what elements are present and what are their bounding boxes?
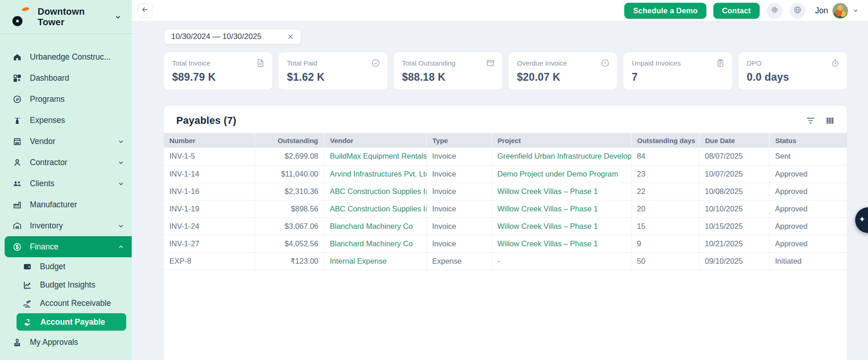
cell-vendor: BuildMax Equipment Rentals — [324, 148, 426, 165]
kpi-value: $20.07 K — [517, 71, 610, 83]
chevron-down-icon — [118, 222, 124, 229]
back-button[interactable] — [138, 3, 152, 18]
chevron-down-icon — [118, 180, 124, 187]
stopwatch-icon — [830, 58, 840, 68]
sidebar-item-budget-insights[interactable]: Budget Insights — [0, 276, 132, 294]
cell-vendor: Blanchard Machinery Co — [324, 217, 426, 235]
sidebar-item-finance[interactable]: Finance — [5, 236, 132, 257]
cell-project: Willow Creek Villas – Phase 1 — [492, 235, 631, 252]
sidebar-item-account-receivable[interactable]: Account Receivable — [0, 294, 132, 312]
column-header-vendor[interactable]: Vendor — [324, 133, 426, 148]
sidebar-item-programs[interactable]: Programs — [0, 89, 132, 110]
chevron-up-icon — [118, 244, 124, 250]
date-range-filter[interactable]: 10/30/2024 — 10/30/2025 — [164, 29, 301, 44]
kpi-value: 7 — [632, 71, 724, 83]
sidebar-item-label: Inventory — [30, 221, 63, 231]
app-logo-icon — [12, 7, 30, 27]
table-row[interactable]: INV-1-19$898.56ABC Construction Supplies… — [164, 200, 847, 217]
wallet-card-icon — [486, 58, 495, 68]
sidebar-item-manufacturer[interactable]: Manufacturer — [0, 194, 132, 215]
sidebar-item-label: Vendor — [30, 137, 55, 146]
column-header-project[interactable]: Project — [492, 133, 631, 148]
sidebar-item-label: Contractor — [30, 158, 67, 167]
arrow-left-icon — [141, 6, 149, 16]
cell-due-date: 08/07/2025 — [699, 148, 769, 165]
column-header-status[interactable]: Status — [769, 133, 847, 148]
cell-outstanding: $11,040.00 — [255, 165, 324, 183]
cell-number: INV-1-16 — [164, 183, 255, 200]
check-circle-icon — [371, 58, 381, 68]
sidebar-item-label: Clients — [30, 179, 55, 188]
user-menu[interactable]: Jon — [815, 3, 859, 19]
cell-number: INV-1-5 — [164, 148, 255, 165]
column-header-number[interactable]: Number — [164, 133, 255, 148]
sidebar-item-expenses[interactable]: Expenses — [0, 110, 132, 131]
filter-icon[interactable] — [806, 116, 816, 126]
clipboard-icon — [716, 58, 725, 68]
user-name: Jon — [815, 6, 828, 16]
cell-status: Approved — [769, 165, 847, 183]
cell-number: INV-1-19 — [164, 200, 255, 217]
avatar — [832, 3, 848, 19]
cell-outstanding-days: 20 — [631, 200, 699, 217]
sidebar-item-contractor[interactable]: Contractor — [0, 152, 132, 173]
column-header-outstanding[interactable]: Outstanding — [255, 133, 324, 148]
cell-project: Greenfield Urban Infrastructure Developm… — [492, 148, 631, 165]
cell-outstanding: $2,699.08 — [255, 148, 324, 165]
sidebar-sub-menu: Budget Budget Insights Account Receivabl… — [0, 257, 132, 331]
schedule-demo-button[interactable]: Schedule a Demo — [624, 3, 706, 19]
payables-table: NumberOutstandingVendorTypeProjectOutsta… — [164, 133, 847, 270]
factory-icon — [12, 200, 22, 210]
table-row[interactable]: EXP-8₹123.00Internal ExpenseExpense-5009… — [164, 252, 847, 270]
table-row[interactable]: INV-1-24$3,067.06Blanchard Machinery CoI… — [164, 217, 847, 235]
table-row[interactable]: INV-1-27$4,052.56Blanchard Machinery CoI… — [164, 235, 847, 252]
cell-type: Invoice — [426, 235, 492, 252]
settings-button[interactable] — [767, 3, 783, 19]
cell-number: INV-1-27 — [164, 235, 255, 252]
sidebar-nav: Urbanedge Construc... Dashboard Programs… — [0, 34, 132, 353]
cell-outstanding: $4,052.56 — [255, 235, 324, 252]
cell-vendor: ABC Construction Supplies Inc. — [324, 200, 426, 217]
workspace-switcher[interactable]: Downtown Tower — [0, 0, 132, 34]
chevron-down-icon — [118, 159, 124, 166]
language-button[interactable] — [790, 3, 806, 19]
kpi-label: Total Invoice — [172, 59, 265, 67]
cell-status: Sent — [769, 148, 847, 165]
cell-vendor: Blanchard Machinery Co — [324, 235, 426, 252]
cell-status: Approved — [769, 200, 847, 217]
programs-icon — [12, 94, 22, 104]
table-row[interactable]: INV-1-16$2,310.36ABC Construction Suppli… — [164, 183, 847, 200]
column-header-outstanding-days[interactable]: Outstanding days — [631, 133, 699, 148]
sidebar-item-vendor[interactable]: Vendor — [0, 131, 132, 152]
cell-type: Expense — [426, 252, 492, 270]
kpi-card-row: Total Invoice $89.79 K Total Paid $1.62 … — [164, 52, 847, 90]
table-row[interactable]: INV-1-14$11,040.00Arvind Infrastructures… — [164, 165, 847, 183]
column-header-type[interactable]: Type — [426, 133, 492, 148]
kpi-label: Overdue Invoice — [517, 59, 610, 67]
contact-button[interactable]: Contact — [713, 3, 760, 19]
payables-panel: Payables (7) NumberOutstandingVendorType… — [164, 106, 847, 360]
sidebar-item-account-payable[interactable]: Account Payable — [17, 313, 126, 331]
cell-outstanding-days: 15 — [631, 217, 699, 235]
sidebar-item-inventory[interactable]: Inventory — [0, 215, 132, 236]
sidebar-item-clients[interactable]: Clients — [0, 173, 132, 194]
sidebar-item-budget[interactable]: Budget — [0, 257, 132, 276]
close-icon[interactable] — [286, 33, 295, 41]
columns-icon[interactable] — [825, 116, 835, 126]
expenses-icon — [12, 116, 22, 125]
sidebar-item-label: Dashboard — [30, 73, 69, 83]
sidebar-item-label: Account Receivable — [40, 299, 111, 308]
finance-icon — [12, 242, 22, 252]
cell-due-date: 10/21/2025 — [699, 235, 769, 252]
dashboard-icon — [12, 73, 22, 83]
cell-vendor: ABC Construction Supplies Inc. — [324, 183, 426, 200]
sidebar-item-my-approvals[interactable]: My Approvals — [0, 332, 132, 353]
doc-icon — [256, 58, 265, 68]
sidebar-item-label: Programs — [30, 94, 65, 104]
table-row[interactable]: INV-1-5$2,699.08BuildMax Equipment Renta… — [164, 148, 847, 165]
column-header-due-date[interactable]: Due Date — [699, 133, 769, 148]
sidebar-item-urbanedge-construc[interactable]: Urbanedge Construc... — [0, 46, 132, 67]
kpi-value: 0.0 days — [747, 71, 840, 83]
sidebar-item-dashboard[interactable]: Dashboard — [0, 67, 132, 89]
cell-project: - — [492, 252, 631, 270]
